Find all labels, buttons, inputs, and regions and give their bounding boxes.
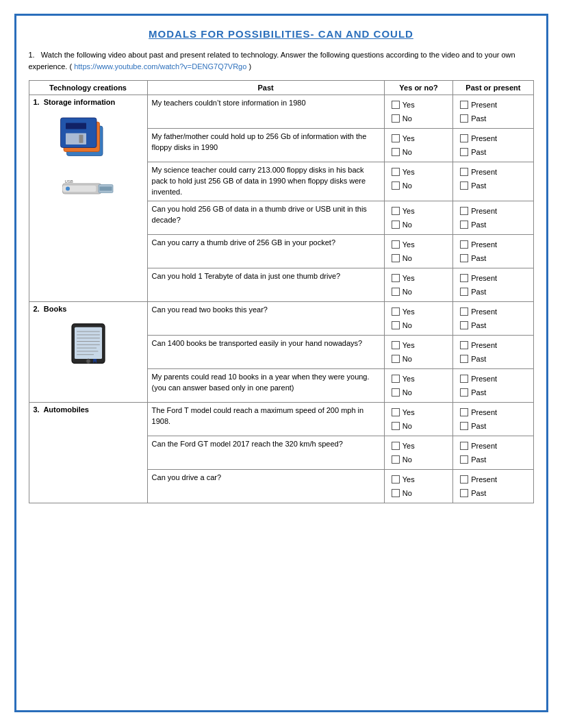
yes-checkbox[interactable]: [392, 168, 400, 176]
intro-link-end: ): [248, 62, 251, 71]
yes-checkbox[interactable]: [392, 375, 400, 383]
present-checkbox[interactable]: [460, 274, 468, 282]
yes-checkbox[interactable]: [392, 207, 400, 215]
yes-checkbox[interactable]: [392, 307, 400, 316]
yes-checkbox[interactable]: [392, 101, 400, 109]
past-checkbox[interactable]: [460, 455, 468, 464]
question-text: Can you read two books this year?: [152, 305, 268, 314]
present-checkbox[interactable]: [460, 408, 468, 416]
present-checkbox[interactable]: [460, 375, 468, 383]
no-checkbox[interactable]: [392, 181, 400, 190]
present-label: Present: [471, 341, 497, 349]
present-row: Present: [460, 101, 528, 109]
yesno-cell-storage-2: Yes No: [384, 162, 453, 201]
yes-row: Yes: [392, 168, 449, 176]
past-checkbox[interactable]: [460, 422, 468, 430]
question-cell-storage-3: Can you hold 256 GB of data in a thumb d…: [147, 201, 384, 234]
yesno-cell-storage-0: Yes No: [384, 95, 453, 129]
past-checkbox[interactable]: [460, 288, 468, 296]
yes-checkbox[interactable]: [392, 274, 400, 282]
yes-checkbox[interactable]: [392, 408, 400, 416]
no-label: No: [403, 114, 418, 123]
yes-row: Yes: [392, 475, 449, 484]
yesno-cell-storage-3: Yes No: [384, 201, 453, 234]
no-checkbox[interactable]: [392, 355, 400, 363]
present-checkbox[interactable]: [460, 101, 468, 109]
present-checkbox[interactable]: [460, 207, 468, 215]
yes-label: Yes: [403, 375, 418, 383]
no-checkbox[interactable]: [392, 489, 400, 497]
no-checkbox[interactable]: [392, 254, 400, 262]
no-checkbox[interactable]: [392, 114, 400, 123]
present-checkbox[interactable]: [460, 240, 468, 249]
past-checkbox[interactable]: [460, 254, 468, 262]
yesno-cell-books-0: Yes No: [384, 301, 453, 335]
past-row: Past: [460, 455, 528, 464]
question-cell-books-0: Can you read two books this year?: [147, 301, 384, 335]
yes-checkbox[interactable]: [392, 341, 400, 349]
no-checkbox[interactable]: [392, 221, 400, 229]
present-row: Present: [460, 475, 528, 484]
no-label: No: [403, 221, 418, 229]
header-yesno: Yes or no?: [384, 81, 453, 95]
question-text: The Ford T model could reach a maximum s…: [152, 406, 364, 425]
present-label: Present: [471, 101, 497, 109]
category-image-automobiles: [34, 416, 143, 422]
past-label: Past: [471, 355, 486, 363]
present-checkbox[interactable]: [460, 341, 468, 349]
present-label: Present: [471, 475, 497, 484]
table-row: 3. Automobiles The Ford T model could re…: [29, 402, 533, 436]
past-label: Past: [471, 254, 486, 262]
question-text: Can you carry a thumb drive of 256 GB in…: [152, 238, 335, 247]
past-label: Past: [471, 221, 486, 229]
pp-cell-books-0: Present Past: [453, 301, 533, 335]
yes-label: Yes: [403, 475, 418, 484]
no-label: No: [403, 388, 418, 397]
present-checkbox[interactable]: [460, 475, 468, 484]
no-row: No: [392, 422, 449, 430]
svg-point-12: [66, 187, 70, 191]
no-checkbox[interactable]: [392, 455, 400, 464]
pp-cell-books-2: Present Past: [453, 368, 533, 402]
yes-label: Yes: [403, 207, 418, 215]
past-label: Past: [471, 288, 486, 296]
present-checkbox[interactable]: [460, 442, 468, 450]
past-label: Past: [471, 388, 486, 397]
yes-label: Yes: [403, 341, 418, 349]
intro-question: 1. Watch the following video about past …: [29, 49, 534, 72]
present-row: Present: [460, 134, 528, 142]
question-text: Can 1400 books be transported easily in …: [152, 339, 363, 347]
yes-checkbox[interactable]: [392, 442, 400, 450]
yes-checkbox[interactable]: [392, 134, 400, 142]
no-checkbox[interactable]: [392, 148, 400, 156]
present-label: Present: [471, 240, 497, 249]
present-checkbox[interactable]: [460, 307, 468, 316]
past-checkbox[interactable]: [460, 181, 468, 190]
present-checkbox[interactable]: [460, 134, 468, 142]
no-row: No: [392, 221, 449, 229]
past-checkbox[interactable]: [460, 355, 468, 363]
present-row: Present: [460, 168, 528, 176]
no-label: No: [403, 181, 418, 190]
past-checkbox[interactable]: [460, 321, 468, 329]
past-checkbox[interactable]: [460, 148, 468, 156]
pp-cell-storage-1: Present Past: [453, 129, 533, 162]
past-checkbox[interactable]: [460, 489, 468, 497]
no-row: No: [392, 489, 449, 497]
past-checkbox[interactable]: [460, 388, 468, 397]
yes-label: Yes: [403, 442, 418, 450]
past-checkbox[interactable]: [460, 114, 468, 123]
no-checkbox[interactable]: [392, 321, 400, 329]
yes-checkbox[interactable]: [392, 240, 400, 249]
yes-checkbox[interactable]: [392, 475, 400, 484]
question-cell-books-1: Can 1400 books be transported easily in …: [147, 335, 384, 368]
past-checkbox[interactable]: [460, 221, 468, 229]
yes-row: Yes: [392, 408, 449, 416]
intro-link[interactable]: https://www.youtube.com/watch?v=DENG7Q7V…: [74, 62, 246, 71]
no-checkbox[interactable]: [392, 388, 400, 397]
no-label: No: [403, 455, 418, 464]
no-checkbox[interactable]: [392, 422, 400, 430]
question-cell-automobiles-0: The Ford T model could reach a maximum s…: [147, 402, 384, 436]
no-checkbox[interactable]: [392, 288, 400, 296]
present-checkbox[interactable]: [460, 168, 468, 176]
